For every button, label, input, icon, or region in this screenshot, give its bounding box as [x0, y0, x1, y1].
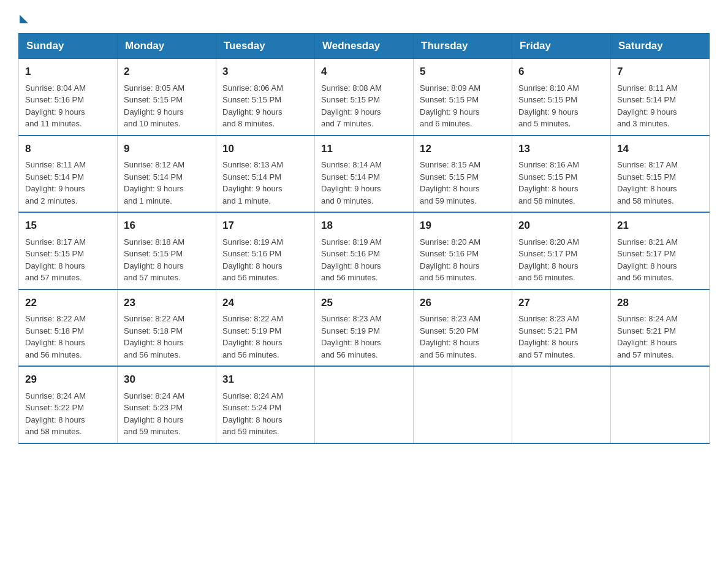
- day-info: Sunrise: 8:19 AMSunset: 5:16 PMDaylight:…: [222, 236, 308, 284]
- day-number: 3: [222, 64, 308, 80]
- day-number: 30: [124, 372, 210, 388]
- calendar-cell: 4Sunrise: 8:08 AMSunset: 5:15 PMDaylight…: [315, 59, 414, 136]
- day-number: 16: [124, 218, 210, 234]
- day-info: Sunrise: 8:11 AMSunset: 5:14 PMDaylight:…: [25, 159, 111, 207]
- calendar-cell: 16Sunrise: 8:18 AMSunset: 5:15 PMDayligh…: [118, 212, 216, 289]
- calendar-cell: 19Sunrise: 8:20 AMSunset: 5:16 PMDayligh…: [414, 212, 512, 289]
- header-saturday: Saturday: [611, 34, 710, 59]
- day-number: 1: [25, 64, 111, 80]
- day-info: Sunrise: 8:21 AMSunset: 5:17 PMDaylight:…: [617, 236, 703, 284]
- calendar-cell: [512, 366, 611, 443]
- calendar-cell: 21Sunrise: 8:21 AMSunset: 5:17 PMDayligh…: [611, 212, 710, 289]
- calendar-cell: 6Sunrise: 8:10 AMSunset: 5:15 PMDaylight…: [512, 59, 611, 136]
- logo-arrow-icon: [20, 15, 28, 23]
- header-friday: Friday: [512, 34, 611, 59]
- day-number: 14: [617, 141, 703, 157]
- calendar-week-1: 1Sunrise: 8:04 AMSunset: 5:16 PMDaylight…: [19, 59, 710, 136]
- day-info: Sunrise: 8:18 AMSunset: 5:15 PMDaylight:…: [124, 236, 210, 284]
- day-number: 25: [321, 295, 407, 311]
- calendar-cell: 25Sunrise: 8:23 AMSunset: 5:19 PMDayligh…: [315, 289, 414, 367]
- day-number: 7: [617, 64, 703, 80]
- day-number: 31: [222, 372, 308, 388]
- header-tuesday: Tuesday: [216, 34, 315, 59]
- day-number: 9: [124, 141, 210, 157]
- day-number: 19: [420, 218, 506, 234]
- calendar-cell: 2Sunrise: 8:05 AMSunset: 5:15 PMDaylight…: [118, 59, 216, 136]
- calendar-cell: 12Sunrise: 8:15 AMSunset: 5:15 PMDayligh…: [414, 136, 512, 213]
- day-info: Sunrise: 8:23 AMSunset: 5:19 PMDaylight:…: [321, 313, 407, 361]
- day-info: Sunrise: 8:24 AMSunset: 5:21 PMDaylight:…: [617, 313, 703, 361]
- day-info: Sunrise: 8:24 AMSunset: 5:24 PMDaylight:…: [222, 390, 308, 438]
- calendar-header-row: SundayMondayTuesdayWednesdayThursdayFrid…: [19, 34, 710, 59]
- day-number: 11: [321, 141, 407, 157]
- day-info: Sunrise: 8:04 AMSunset: 5:16 PMDaylight:…: [25, 82, 111, 130]
- day-number: 17: [222, 218, 308, 234]
- day-info: Sunrise: 8:23 AMSunset: 5:21 PMDaylight:…: [518, 313, 604, 361]
- day-number: 13: [518, 141, 604, 157]
- calendar-cell: 9Sunrise: 8:12 AMSunset: 5:14 PMDaylight…: [118, 136, 216, 213]
- day-info: Sunrise: 8:24 AMSunset: 5:22 PMDaylight:…: [25, 390, 111, 438]
- calendar-cell: [414, 366, 512, 443]
- day-info: Sunrise: 8:14 AMSunset: 5:14 PMDaylight:…: [321, 159, 407, 207]
- day-number: 24: [222, 295, 308, 311]
- day-number: 12: [420, 141, 506, 157]
- header-monday: Monday: [118, 34, 216, 59]
- day-number: 6: [518, 64, 604, 80]
- calendar-cell: 28Sunrise: 8:24 AMSunset: 5:21 PMDayligh…: [611, 289, 710, 367]
- day-number: 2: [124, 64, 210, 80]
- calendar-cell: 5Sunrise: 8:09 AMSunset: 5:15 PMDaylight…: [414, 59, 512, 136]
- day-info: Sunrise: 8:09 AMSunset: 5:15 PMDaylight:…: [420, 82, 506, 130]
- calendar-week-3: 15Sunrise: 8:17 AMSunset: 5:15 PMDayligh…: [19, 212, 710, 289]
- day-number: 29: [25, 372, 111, 388]
- day-info: Sunrise: 8:23 AMSunset: 5:20 PMDaylight:…: [420, 313, 506, 361]
- calendar-cell: 18Sunrise: 8:19 AMSunset: 5:16 PMDayligh…: [315, 212, 414, 289]
- day-info: Sunrise: 8:06 AMSunset: 5:15 PMDaylight:…: [222, 82, 308, 130]
- day-number: 18: [321, 218, 407, 234]
- day-number: 22: [25, 295, 111, 311]
- day-info: Sunrise: 8:12 AMSunset: 5:14 PMDaylight:…: [124, 159, 210, 207]
- day-info: Sunrise: 8:15 AMSunset: 5:15 PMDaylight:…: [420, 159, 506, 207]
- calendar-cell: 8Sunrise: 8:11 AMSunset: 5:14 PMDaylight…: [19, 136, 118, 213]
- calendar-cell: 7Sunrise: 8:11 AMSunset: 5:14 PMDaylight…: [611, 59, 710, 136]
- calendar-cell: 14Sunrise: 8:17 AMSunset: 5:15 PMDayligh…: [611, 136, 710, 213]
- header-thursday: Thursday: [414, 34, 512, 59]
- calendar-cell: 15Sunrise: 8:17 AMSunset: 5:15 PMDayligh…: [19, 212, 118, 289]
- calendar-cell: 13Sunrise: 8:16 AMSunset: 5:15 PMDayligh…: [512, 136, 611, 213]
- calendar-cell: 24Sunrise: 8:22 AMSunset: 5:19 PMDayligh…: [216, 289, 315, 367]
- calendar-cell: 31Sunrise: 8:24 AMSunset: 5:24 PMDayligh…: [216, 366, 315, 443]
- calendar-cell: 26Sunrise: 8:23 AMSunset: 5:20 PMDayligh…: [414, 289, 512, 367]
- day-number: 4: [321, 64, 407, 80]
- calendar-cell: [611, 366, 710, 443]
- header-wednesday: Wednesday: [315, 34, 414, 59]
- header-sunday: Sunday: [19, 34, 118, 59]
- calendar-cell: 30Sunrise: 8:24 AMSunset: 5:23 PMDayligh…: [118, 366, 216, 443]
- day-number: 8: [25, 141, 111, 157]
- day-info: Sunrise: 8:11 AMSunset: 5:14 PMDaylight:…: [617, 82, 703, 130]
- calendar-week-4: 22Sunrise: 8:22 AMSunset: 5:18 PMDayligh…: [19, 289, 710, 367]
- day-info: Sunrise: 8:17 AMSunset: 5:15 PMDaylight:…: [25, 236, 111, 284]
- day-number: 21: [617, 218, 703, 234]
- calendar-cell: 22Sunrise: 8:22 AMSunset: 5:18 PMDayligh…: [19, 289, 118, 367]
- day-info: Sunrise: 8:24 AMSunset: 5:23 PMDaylight:…: [124, 390, 210, 438]
- calendar-cell: 1Sunrise: 8:04 AMSunset: 5:16 PMDaylight…: [19, 59, 118, 136]
- logo: [18, 12, 28, 21]
- day-number: 26: [420, 295, 506, 311]
- day-info: Sunrise: 8:22 AMSunset: 5:18 PMDaylight:…: [124, 313, 210, 361]
- calendar-cell: [315, 366, 414, 443]
- page-header: [18, 12, 710, 21]
- day-info: Sunrise: 8:10 AMSunset: 5:15 PMDaylight:…: [518, 82, 604, 130]
- day-number: 23: [124, 295, 210, 311]
- calendar-cell: 3Sunrise: 8:06 AMSunset: 5:15 PMDaylight…: [216, 59, 315, 136]
- day-info: Sunrise: 8:13 AMSunset: 5:14 PMDaylight:…: [222, 159, 308, 207]
- calendar-cell: 10Sunrise: 8:13 AMSunset: 5:14 PMDayligh…: [216, 136, 315, 213]
- day-number: 28: [617, 295, 703, 311]
- calendar-week-2: 8Sunrise: 8:11 AMSunset: 5:14 PMDaylight…: [19, 136, 710, 213]
- day-info: Sunrise: 8:17 AMSunset: 5:15 PMDaylight:…: [617, 159, 703, 207]
- day-info: Sunrise: 8:16 AMSunset: 5:15 PMDaylight:…: [518, 159, 604, 207]
- day-info: Sunrise: 8:22 AMSunset: 5:19 PMDaylight:…: [222, 313, 308, 361]
- calendar-cell: 11Sunrise: 8:14 AMSunset: 5:14 PMDayligh…: [315, 136, 414, 213]
- day-info: Sunrise: 8:05 AMSunset: 5:15 PMDaylight:…: [124, 82, 210, 130]
- day-number: 27: [518, 295, 604, 311]
- calendar-table: SundayMondayTuesdayWednesdayThursdayFrid…: [18, 33, 710, 444]
- calendar-cell: 23Sunrise: 8:22 AMSunset: 5:18 PMDayligh…: [118, 289, 216, 367]
